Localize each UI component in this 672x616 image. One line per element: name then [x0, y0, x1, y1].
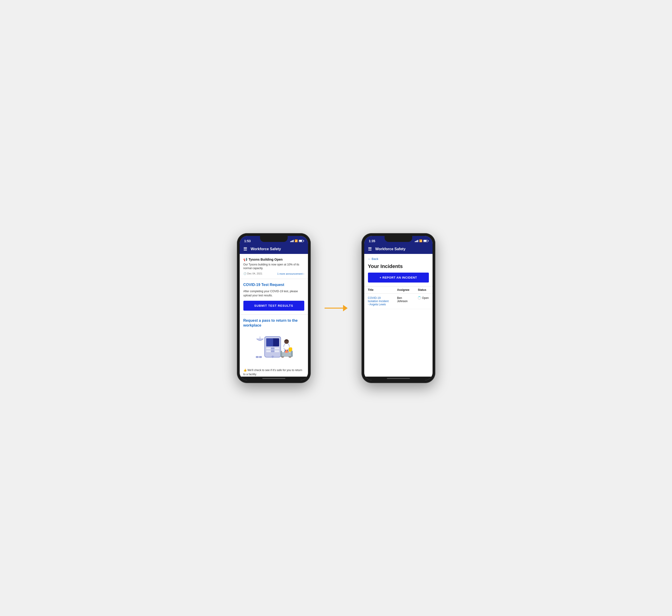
covid-card-text: After completing your COVID-19 test, ple… — [243, 289, 304, 298]
notch-right — [385, 236, 412, 242]
phone-device-left: 1:53 📶 — [237, 233, 311, 383]
report-incident-button[interactable]: + REPORT AN INCIDENT — [368, 273, 429, 283]
wifi-icon-right: 📶 — [419, 239, 423, 242]
svg-rect-5 — [271, 348, 274, 349]
wifi-icon-left: 📶 — [294, 239, 298, 242]
more-announcements-link[interactable]: 1 more announcement › — [277, 272, 304, 275]
signal-icon-right — [415, 240, 418, 242]
menu-icon-left[interactable]: ☰ — [243, 247, 247, 252]
megaphone-icon: 📢 — [243, 258, 247, 261]
svg-rect-2 — [266, 338, 273, 346]
incident-status-cell: Open — [414, 293, 432, 309]
announcement-title: 📢 Tysons Building Open — [243, 258, 304, 261]
right-phone: 1:35 📶 — [362, 233, 435, 383]
table-row: COVID-19 Isolation Incident - Angela Lew… — [364, 293, 433, 309]
transition-arrow — [324, 305, 348, 311]
app-title-right: Workforce Safety — [375, 247, 406, 251]
status-spinner-icon — [418, 296, 421, 300]
arrow-right — [324, 305, 348, 311]
announcement-date: 🕐 Dec 04, 2021 — [243, 272, 262, 275]
time-right: 1:35 — [369, 239, 375, 243]
incident-assignee-cell: Ben Johnson — [393, 293, 414, 309]
app-title-left: Workforce Safety — [251, 247, 281, 251]
time-left: 1:53 — [244, 239, 251, 243]
announcement-footer: 🕐 Dec 04, 2021 1 more announcement › — [243, 272, 304, 275]
covid-card-title: COVID-19 Test Request — [243, 283, 304, 287]
left-phone: 1:53 📶 — [237, 233, 311, 383]
battery-icon-left — [299, 240, 303, 242]
arrow-head — [343, 305, 348, 311]
covid-card: COVID-19 Test Request After completing y… — [240, 279, 308, 315]
home-indicator-left — [240, 377, 308, 380]
phone-screen-left: 1:53 📶 — [240, 236, 308, 380]
col-assignee: Assignee — [393, 286, 414, 293]
incidents-content: ← Back Your Incidents + REPORT AN INCIDE… — [364, 254, 433, 377]
svg-line-18 — [281, 347, 284, 351]
app-header-left: ☰ Workforce Safety — [240, 244, 308, 254]
incident-link[interactable]: COVID-19 Isolation Incident - Angela Lew… — [368, 296, 389, 306]
submit-test-results-button[interactable]: SUBMIT TEST RESULTS — [243, 301, 304, 311]
return-pass-card: Request a pass to return to the workplac… — [240, 315, 308, 376]
status-text: Open — [422, 296, 429, 300]
back-button[interactable]: ← Back — [364, 254, 433, 262]
status-icons-right: 📶 — [415, 239, 428, 242]
scene: 1:53 📶 — [237, 233, 435, 383]
menu-icon-right[interactable]: ☰ — [368, 247, 372, 252]
svg-rect-23 — [291, 351, 293, 357]
incidents-title: Your Incidents — [364, 262, 433, 273]
svg-point-25 — [285, 350, 287, 351]
incident-title-cell: COVID-19 Isolation Incident - Angela Lew… — [364, 293, 394, 309]
col-status: Status — [414, 286, 432, 293]
signal-icon-left — [290, 240, 294, 242]
notch-left — [260, 236, 288, 242]
return-pass-title: Request a pass to return to the workplac… — [243, 318, 304, 328]
col-title: Title — [364, 286, 394, 293]
app-header-right: ☰ Workforce Safety — [364, 244, 433, 254]
battery-icon-right — [423, 240, 428, 242]
svg-rect-22 — [280, 351, 282, 357]
table-header-row: Title Assignee Status — [364, 286, 433, 293]
workplace-illustration — [243, 331, 304, 365]
arrow-line — [324, 308, 343, 309]
svg-rect-6 — [271, 350, 274, 352]
phone-device-right: 1:35 📶 — [362, 233, 435, 383]
svg-point-7 — [271, 356, 274, 358]
svg-point-12 — [284, 343, 289, 351]
status-icons-left: 📶 — [290, 239, 303, 242]
return-safety-text: 👍 We'll check to see if it's safe for yo… — [243, 368, 304, 376]
phone-screen-right: 1:35 📶 — [364, 236, 433, 380]
incidents-table: Title Assignee Status COVID-19 Isolation… — [364, 286, 433, 309]
phone-content-left: 📢 Tysons Building Open Our Tysons buildi… — [240, 254, 308, 377]
announcement-text: Our Tysons building is now open at 10% o… — [243, 263, 304, 271]
status-badge: Open — [418, 296, 429, 300]
svg-rect-11 — [259, 356, 262, 358]
home-indicator-right — [364, 377, 433, 380]
svg-rect-10 — [256, 356, 258, 358]
announcement-card: 📢 Tysons Building Open Our Tysons buildi… — [240, 254, 308, 279]
